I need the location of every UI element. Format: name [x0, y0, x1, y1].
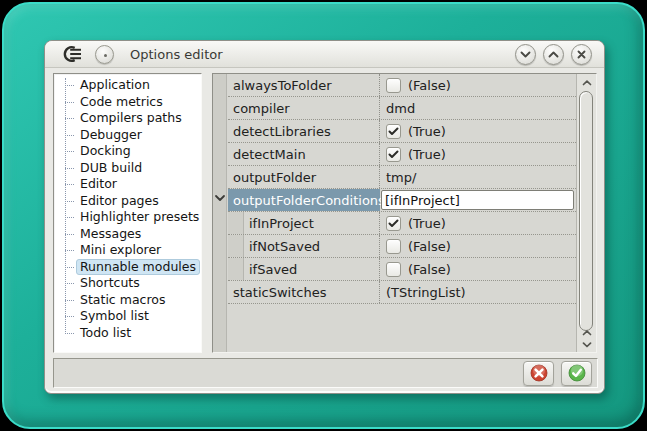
value-text: (True) — [408, 147, 446, 162]
desktop-background: Options editor Application Code metrics … — [2, 2, 645, 429]
scrollbar-thumb[interactable] — [579, 91, 593, 331]
sidebar-item-symbol-list[interactable]: Symbol list — [54, 308, 201, 325]
sidebar-item-mini-explorer[interactable]: Mini explorer — [54, 242, 201, 259]
table-row-outputFolder[interactable]: outputFolder tmp/ — [228, 166, 576, 189]
vertical-scrollbar[interactable] — [576, 74, 596, 352]
options-editor-window: Options editor Application Code metrics … — [44, 40, 605, 394]
table-row-outputFolderConditions[interactable]: outputFolderConditions — [228, 189, 576, 212]
checkbox-unchecked[interactable] — [386, 78, 401, 93]
tree-indent — [228, 258, 244, 280]
chevron-up-icon — [582, 80, 592, 86]
property-grid: alwaysToFolder (False) compiler dmd dete… — [212, 73, 597, 353]
chevron-down-icon — [520, 51, 531, 58]
chevron-down-icon — [582, 342, 592, 348]
sidebar-item-editor[interactable]: Editor — [54, 176, 201, 193]
tree-indent — [228, 212, 244, 234]
window-title: Options editor — [130, 47, 223, 62]
property-rows: alwaysToFolder (False) compiler dmd dete… — [228, 74, 576, 352]
sidebar-item-code-metrics[interactable]: Code metrics — [54, 94, 201, 111]
table-row-ifInProject[interactable]: ifInProject (True) — [228, 212, 576, 235]
value-text: (False) — [408, 262, 451, 277]
value-text: dmd — [386, 101, 415, 116]
scroll-up-button[interactable] — [577, 77, 597, 89]
outputFolderConditions-input[interactable] — [381, 190, 574, 210]
tree-indent — [228, 235, 244, 257]
table-row-compiler[interactable]: compiler dmd — [228, 97, 576, 120]
collapse-chevron-icon[interactable] — [214, 194, 226, 202]
sidebar-item-compilers-paths[interactable]: Compilers paths — [54, 110, 201, 127]
check-icon — [388, 219, 399, 228]
titlebar-menu-button[interactable] — [95, 45, 114, 64]
table-row-alwaysToFolder[interactable]: alwaysToFolder (False) — [228, 74, 576, 97]
value-text: tmp/ — [386, 170, 416, 185]
table-row-ifNotSaved[interactable]: ifNotSaved (False) — [228, 235, 576, 258]
scroll-up-button-bottom[interactable] — [577, 327, 597, 339]
check-icon — [388, 127, 399, 136]
chevron-up-icon — [582, 330, 592, 336]
titlebar[interactable]: Options editor — [45, 41, 604, 68]
maximize-button[interactable] — [543, 44, 564, 65]
scroll-down-button[interactable] — [577, 339, 597, 351]
x-circle-red-icon — [530, 364, 548, 382]
sidebar-item-shortcuts[interactable]: Shortcuts — [54, 275, 201, 292]
check-icon — [388, 150, 399, 159]
sidebar-item-highlighter-presets[interactable]: Highlighter presets — [54, 209, 201, 226]
value-text: (True) — [408, 216, 446, 231]
sidebar-item-docking[interactable]: Docking — [54, 143, 201, 160]
checkbox-unchecked[interactable] — [386, 262, 401, 277]
sidebar-item-dub-build[interactable]: DUB build — [54, 160, 201, 177]
value-text: (True) — [408, 124, 446, 139]
value-text: (False) — [408, 78, 451, 93]
table-row-detectMain[interactable]: detectMain (True) — [228, 143, 576, 166]
sidebar-item-application[interactable]: Application — [54, 77, 201, 94]
minimize-button[interactable] — [515, 44, 536, 65]
sidebar-item-debugger[interactable]: Debugger — [54, 127, 201, 144]
checkbox-checked[interactable] — [386, 147, 401, 162]
checkbox-checked[interactable] — [386, 124, 401, 139]
table-row-ifSaved[interactable]: ifSaved (False) — [228, 258, 576, 281]
coedit-logo-icon — [61, 45, 83, 63]
value-text: (TStringList) — [386, 285, 466, 300]
chevron-up-icon — [548, 51, 559, 58]
footer-bar — [53, 358, 598, 388]
accept-button[interactable] — [561, 361, 592, 386]
table-row-staticSwitches[interactable]: staticSwitches (TStringList) — [228, 281, 576, 304]
check-circle-green-icon — [568, 364, 586, 382]
value-text: (False) — [408, 239, 451, 254]
checkbox-unchecked[interactable] — [386, 239, 401, 254]
sidebar-item-todo-list[interactable]: Todo list — [54, 325, 201, 342]
table-row-detectLibraries[interactable]: detectLibraries (True) — [228, 120, 576, 143]
sidebar-item-runnable-modules[interactable]: Runnable modules — [54, 259, 201, 276]
category-list: Application Code metrics Compilers paths… — [53, 73, 202, 353]
grid-gutter — [213, 74, 227, 352]
x-icon — [577, 50, 586, 59]
close-button[interactable] — [571, 44, 592, 65]
sidebar-item-editor-pages[interactable]: Editor pages — [54, 193, 201, 210]
checkbox-checked[interactable] — [386, 216, 401, 231]
sidebar-item-static-macros[interactable]: Static macros — [54, 292, 201, 309]
sidebar-item-messages[interactable]: Messages — [54, 226, 201, 243]
cancel-button[interactable] — [523, 361, 554, 386]
